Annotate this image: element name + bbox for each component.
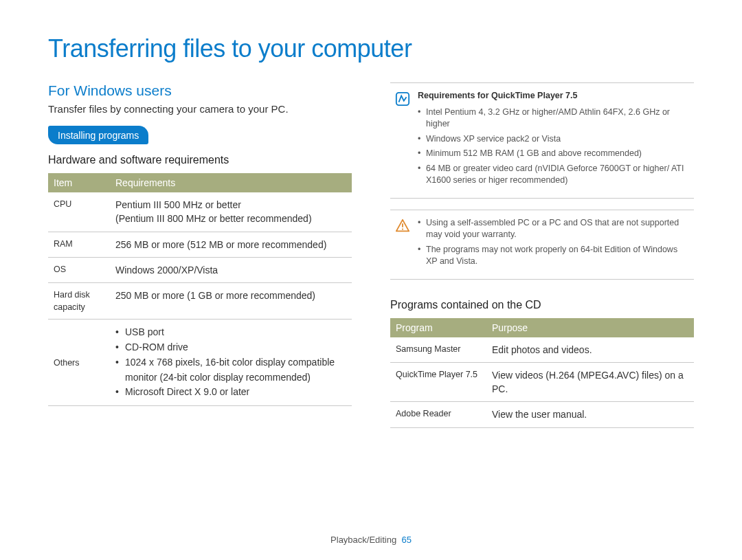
cell-req: Windows 2000/XP/Vista <box>110 257 352 282</box>
footer-page-number: 65 <box>401 535 411 545</box>
cell-line: Hard disk <box>54 289 104 301</box>
content-columns: For Windows users Transfer files by conn… <box>48 82 694 428</box>
cell-req: 250 MB or more (1 GB or more recommended… <box>110 283 352 320</box>
warning-icon <box>395 219 410 234</box>
pill-installing-programs: Installing programs <box>48 126 148 144</box>
cell-item: RAM <box>48 232 110 257</box>
footer-section: Playback/Editing <box>330 535 396 545</box>
cell-item: CPU <box>48 192 110 232</box>
list-item: CD-ROM drive <box>115 340 346 355</box>
note-title: Requirements for QuickTime Player 7.5 <box>418 90 690 102</box>
note-content: Using a self-assembled PC or a PC and OS… <box>418 217 690 271</box>
page-title: Transferring files to your computer <box>48 34 694 63</box>
th-item: Item <box>48 173 110 192</box>
cell-req: USB port CD-ROM drive 1024 x 768 pixels,… <box>110 320 352 405</box>
cell-purpose: Edit photos and videos. <box>486 337 694 363</box>
cell-program: QuickTime Player 7.5 <box>390 362 486 402</box>
note-content: Requirements for QuickTime Player 7.5 In… <box>418 90 690 190</box>
note-list: Using a self-assembled PC or a PC and OS… <box>418 217 690 268</box>
cell-item: Hard disk capacity <box>48 283 110 320</box>
section-heading-windows: For Windows users <box>48 82 352 99</box>
info-note-icon <box>395 91 410 107</box>
cell-line: (Pentium III 800 MHz or better recommend… <box>115 212 346 225</box>
cell-line: capacity <box>54 301 104 313</box>
list-item: USB port <box>115 325 346 340</box>
programs-table: Program Purpose Samsung Master Edit phot… <box>390 318 694 428</box>
list-item: 64 MB or greater video card (nVIDIA Gefo… <box>418 163 690 187</box>
section-sub-windows: Transfer files by connecting your camera… <box>48 103 352 115</box>
cell-req: Pentium III 500 MHz or better (Pentium I… <box>110 192 352 232</box>
list-item: Minimum 512 MB RAM (1 GB and above recom… <box>418 148 690 160</box>
right-column: Requirements for QuickTime Player 7.5 In… <box>390 82 694 428</box>
note-list: Intel Pentium 4, 3.2 GHz or higher/AMD A… <box>418 107 690 187</box>
list-item: The programs may not work properly on 64… <box>418 244 690 268</box>
table-row: Adobe Reader View the user manual. <box>390 402 694 427</box>
cell-purpose: View the user manual. <box>486 402 694 427</box>
cell-purpose: View videos (H.264 (MPEG4.AVC) files) on… <box>486 362 694 402</box>
table-row: Samsung Master Edit photos and videos. <box>390 337 694 363</box>
note-icon <box>394 217 411 271</box>
cell-program: Samsung Master <box>390 337 486 363</box>
cell-program: Adobe Reader <box>390 402 486 427</box>
subheading-programs-cd: Programs contained on the CD <box>390 299 694 311</box>
others-list: USB port CD-ROM drive 1024 x 768 pixels,… <box>115 325 346 399</box>
note-box-warning: Using a self-assembled PC or a PC and OS… <box>390 210 694 280</box>
requirements-table: Item Requirements CPU Pentium III 500 MH… <box>48 173 352 406</box>
list-item: Intel Pentium 4, 3.2 GHz or higher/AMD A… <box>418 107 690 131</box>
list-item: Windows XP service pack2 or Vista <box>418 133 690 146</box>
table-row: RAM 256 MB or more (512 MB or more recom… <box>48 232 352 257</box>
table-row: CPU Pentium III 500 MHz or better (Penti… <box>48 192 352 232</box>
cell-req: 256 MB or more (512 MB or more recommend… <box>110 232 352 257</box>
table-row: QuickTime Player 7.5 View videos (H.264 … <box>390 362 694 402</box>
list-item: Microsoft Direct X 9.0 or later <box>115 385 346 400</box>
note-icon <box>394 90 411 190</box>
table-row: OS Windows 2000/XP/Vista <box>48 257 352 282</box>
th-purpose: Purpose <box>486 318 694 337</box>
list-item: 1024 x 768 pixels, 16-bit color display … <box>115 355 346 385</box>
cell-item: OS <box>48 257 110 282</box>
th-requirements: Requirements <box>110 173 352 192</box>
cell-line: Pentium III 500 MHz or better <box>115 198 346 212</box>
page-footer: Playback/Editing 65 <box>0 535 742 545</box>
list-item: Using a self-assembled PC or a PC and OS… <box>418 217 690 241</box>
th-program: Program <box>390 318 486 337</box>
svg-point-2 <box>402 228 403 229</box>
subheading-requirements: Hardware and software requirements <box>48 154 352 166</box>
table-row: Hard disk capacity 250 MB or more (1 GB … <box>48 283 352 320</box>
cell-item: Others <box>48 320 110 405</box>
left-column: For Windows users Transfer files by conn… <box>48 82 352 428</box>
note-box-quicktime: Requirements for QuickTime Player 7.5 In… <box>390 82 694 199</box>
table-row: Others USB port CD-ROM drive 1024 x 768 … <box>48 320 352 405</box>
